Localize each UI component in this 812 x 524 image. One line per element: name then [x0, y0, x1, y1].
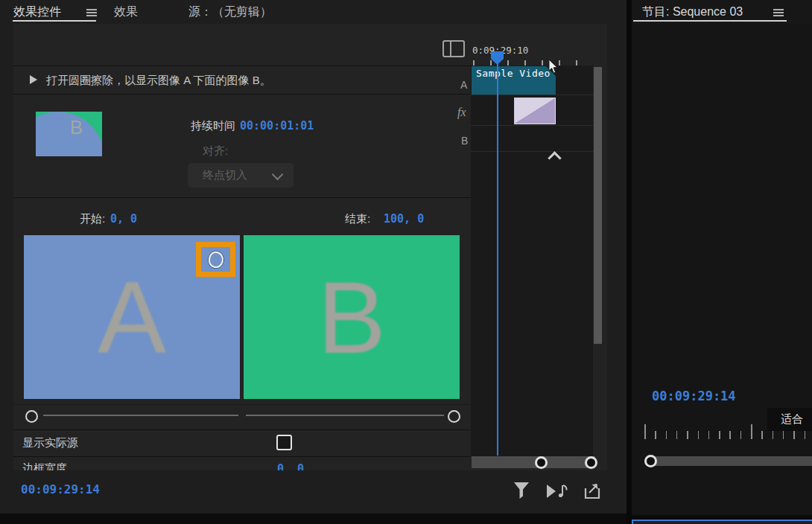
show-actual-source-label: 显示实际源 — [22, 436, 78, 450]
track-b-label: B — [461, 135, 468, 147]
mini-timeline-vertical-scrollbar[interactable] — [594, 67, 602, 344]
slider-end-handle[interactable] — [448, 410, 460, 423]
play-note-icon[interactable] — [545, 483, 569, 499]
panel-menu-icon[interactable] — [86, 9, 97, 16]
slider-start-handle[interactable] — [25, 410, 38, 423]
clip-label: Sample Video — [476, 68, 551, 79]
export-icon[interactable] — [583, 482, 603, 500]
slider-track-left[interactable] — [43, 415, 238, 416]
premiere-workspace: 效果控件 效果 源：（无剪辑） 打开圆圈擦除，以显示图像 A 下面的图像 B。 … — [0, 0, 812, 524]
preview-a-letter: A — [98, 266, 166, 368]
transition-clip-thumbnail[interactable] — [514, 98, 556, 124]
start-label: 开始: — [80, 212, 105, 226]
program-monitor-panel: 节目: Sequence 03 00:09:29:14 适合 — [632, 0, 812, 524]
timeline-panel-focused-edge — [632, 520, 812, 524]
end-label: 结束: — [345, 212, 370, 226]
thumbnail-letter: B — [70, 116, 83, 139]
zoom-bar-left-handle[interactable] — [535, 456, 548, 469]
transition-preview-thumbnail: B — [36, 112, 102, 156]
circle-icon — [206, 249, 225, 269]
program-tab-underline — [633, 20, 787, 22]
funnel-icon[interactable] — [513, 481, 530, 500]
tab-program[interactable]: 节目: Sequence 03 — [642, 4, 743, 20]
program-timecode[interactable]: 00:09:29:14 — [652, 389, 736, 403]
alignment-label: 对齐: — [203, 144, 228, 159]
split-pane-icon — [450, 42, 451, 56]
mini-timeline-ruler-ticks — [473, 60, 592, 66]
panel-divider[interactable] — [627, 0, 632, 524]
playhead-line[interactable] — [497, 58, 498, 456]
alignment-dropdown[interactable]: 终点切入 — [188, 163, 294, 188]
zoom-bar-right-handle[interactable] — [585, 456, 597, 469]
tab-effects[interactable]: 效果 — [114, 4, 138, 20]
alignment-value: 终点切入 — [203, 168, 247, 182]
program-menu-icon[interactable] — [773, 9, 784, 16]
active-tab-underline — [13, 20, 96, 22]
start-value[interactable]: 0, 0 — [110, 212, 137, 226]
end-value[interactable]: 100, 0 — [384, 212, 424, 226]
border-width-value[interactable]: 0, 0 — [277, 462, 304, 470]
preview-b-letter: B — [317, 266, 386, 368]
tab-source[interactable]: 源：（无剪辑） — [188, 4, 272, 20]
clip-sample-video[interactable]: Sample Video — [472, 66, 556, 95]
program-scrollbar[interactable] — [651, 456, 812, 466]
border-width-label: 边框宽度 — [22, 461, 67, 470]
slider-track-right[interactable] — [246, 415, 444, 416]
bottom-strip — [0, 514, 627, 524]
transition-description: 打开圆圈擦除，以显示图像 A 下面的图像 B。 — [46, 74, 271, 88]
tab-effect-controls[interactable]: 效果控件 — [13, 4, 61, 20]
mini-timeline-zoom-bar[interactable] — [472, 456, 595, 468]
duration-value[interactable]: 00:00:01:01 — [240, 119, 314, 132]
program-scrollbar-handle[interactable] — [644, 455, 657, 467]
duration-label: 持续时间 — [191, 119, 235, 133]
wipe-direction-selector[interactable] — [196, 242, 235, 277]
chevron-down-icon — [272, 169, 284, 181]
panel-timecode[interactable]: 00:09:29:14 — [21, 482, 100, 496]
program-ruler[interactable] — [644, 424, 812, 441]
triangle-right-icon[interactable] — [30, 75, 37, 84]
timeline-view-toggle-button[interactable] — [443, 40, 465, 57]
show-actual-source-checkbox[interactable] — [276, 435, 292, 450]
program-video-area: 00:09:29:14 适合 — [632, 24, 812, 515]
preview-b: B — [244, 235, 460, 399]
track-a-label: A — [460, 79, 467, 91]
track-fx-label: fx — [457, 106, 466, 119]
mouse-cursor-icon — [548, 60, 559, 74]
effect-controls-panel: 打开圆圈擦除，以显示图像 A 下面的图像 B。 B 持续时间 00:00:01:… — [13, 24, 607, 470]
